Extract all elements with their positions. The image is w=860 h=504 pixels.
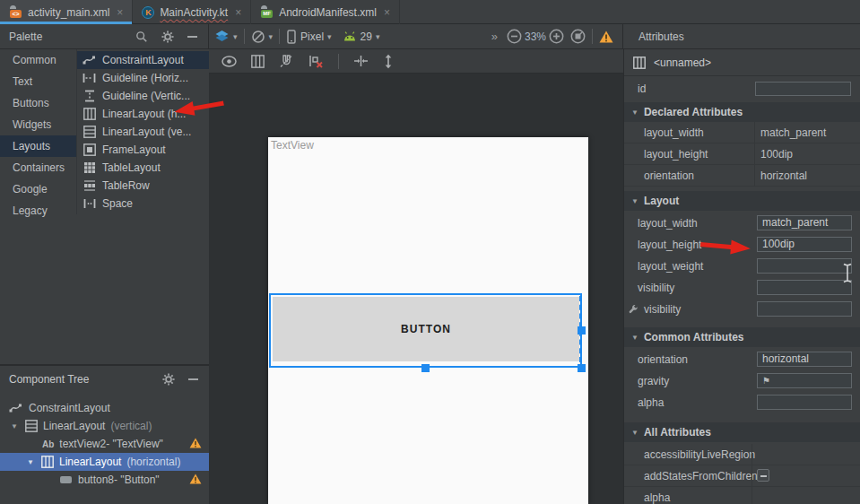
linearlayout-horizontal-icon (41, 456, 54, 468)
gear-icon[interactable] (161, 30, 174, 43)
palette-header: Palette (0, 24, 209, 48)
orientation-selector[interactable]: ▾ (251, 30, 274, 44)
chevron-down-icon: ▾ (269, 32, 274, 41)
id-input[interactable] (755, 82, 851, 96)
button-widget[interactable]: BUTTON (273, 297, 579, 361)
layout-weight-input[interactable] (757, 258, 852, 274)
palette-item-space[interactable]: Space (77, 195, 209, 213)
palette-category-text[interactable]: Text (0, 71, 76, 92)
default-margins-icon[interactable] (353, 55, 369, 67)
palette-item-constraintlayout[interactable]: ConstraintLayout (77, 51, 209, 69)
device-name: Pixel (300, 30, 324, 43)
palette-item-tablerow[interactable]: TableRow (77, 177, 209, 195)
layout-xml-file-icon: <> (9, 5, 22, 19)
palette-item-tablelayout[interactable]: TableLayout (77, 159, 209, 177)
manifest-file-icon: MF (260, 5, 274, 19)
alpha-input[interactable] (757, 395, 852, 410)
palette-categories: Common Text Buttons Widgets Layouts Cont… (0, 49, 76, 223)
tab-activity-main-xml[interactable]: <> activity_main.xml × (0, 0, 133, 24)
palette-category-common[interactable]: Common (0, 49, 76, 71)
palette-category-layouts[interactable]: Layouts (0, 135, 76, 157)
textview-widget[interactable]: TextView (271, 139, 314, 152)
layout-height-combo[interactable]: 100dip (757, 237, 852, 252)
palette-category-legacy[interactable]: Legacy (0, 200, 76, 222)
design-surface-selector[interactable]: ▾ (214, 30, 238, 44)
declared-row-layout-height[interactable]: layout_height 100dip (624, 143, 860, 165)
section-all-attributes[interactable]: ▼ All Attributes (624, 422, 860, 442)
layout-width-combo[interactable]: match_parent (757, 215, 852, 230)
all-row-alpha[interactable]: alpha (624, 487, 860, 504)
constraintlayout-icon (9, 403, 22, 413)
wrench-icon (629, 304, 638, 314)
palette-category-google[interactable]: Google (0, 178, 76, 200)
textview-icon: Ab (42, 439, 54, 449)
all-row-addstatesfromchildren[interactable]: addStatesFromChildren (624, 465, 860, 487)
kotlin-file-icon: K (142, 6, 154, 19)
clear-constraints-icon[interactable] (308, 54, 324, 68)
tools-visibility-combo[interactable] (757, 301, 852, 317)
section-declared-attributes[interactable]: ▼ Declared Attributes (624, 102, 860, 122)
collapse-icon: ▼ (631, 197, 638, 205)
guideline-horizontal-icon (83, 72, 96, 85)
resize-handle-bottom-right[interactable] (578, 364, 586, 372)
tab-mainactivity-kt[interactable]: K MainActivity.kt × (133, 0, 251, 24)
orientation-combo[interactable]: horizontal (757, 352, 852, 367)
autoconnect-off-magnet-icon[interactable] (279, 54, 294, 68)
resize-handle-right-middle[interactable] (578, 326, 586, 335)
section-layout[interactable]: ▼ Layout (624, 191, 860, 211)
palette-item-linearlayout-horizontal[interactable]: LinearLayout (h... (77, 105, 209, 123)
editor-tab-bar: <> activity_main.xml × K MainActivity.kt… (0, 0, 860, 24)
palette-item-guideline-vertical[interactable]: Guideline (Vertic... (77, 87, 209, 105)
palette-category-buttons[interactable]: Buttons (0, 92, 76, 114)
warning-icon[interactable] (189, 438, 202, 448)
zoom-in-icon[interactable] (549, 29, 564, 44)
section-common-attributes[interactable]: ▼ Common Attributes (624, 327, 860, 347)
palette-item-guideline-horizontal[interactable]: Guideline (Horiz... (77, 69, 209, 87)
palette-category-containers[interactable]: Containers (0, 157, 76, 178)
view-options-icon[interactable] (222, 56, 237, 67)
hide-panel-icon[interactable] (187, 36, 197, 38)
toolbar-overflow-icon[interactable]: » (491, 30, 498, 43)
expand-icon[interactable]: ▼ (27, 458, 36, 466)
hide-panel-icon[interactable] (188, 378, 198, 380)
device-screen[interactable]: TextView BUTTON (268, 137, 588, 504)
tree-node-linearlayout-horizontal[interactable]: ▼ LinearLayout(horizontal) (0, 453, 209, 471)
toolbar-row: Palette ▾ ▾ Pixel ▾ (0, 24, 860, 49)
tab-androidmanifest-xml[interactable]: MF AndroidManifest.xml × (251, 0, 400, 24)
zoom-to-fit-icon[interactable] (570, 29, 586, 44)
device-selector[interactable]: Pixel ▾ (286, 30, 332, 44)
selected-linearlayout-bounds[interactable]: BUTTON (269, 293, 582, 368)
visibility-combo[interactable] (757, 280, 852, 295)
layout-row-layout-width: layout_width match_parent (624, 213, 860, 234)
tab-label: MainActivity.kt (160, 6, 228, 19)
render-warning-icon[interactable] (599, 30, 613, 43)
all-row-accessibilityliveregion[interactable]: accessibilityLiveRegion (624, 444, 860, 465)
pack-expand-vertical-icon[interactable] (383, 54, 394, 69)
api-level-selector[interactable]: 29 ▾ (343, 30, 380, 43)
expand-icon[interactable]: ▼ (11, 422, 20, 430)
tree-node-button8[interactable]: button8- "Button" (0, 471, 209, 489)
zoom-out-icon[interactable] (507, 29, 522, 44)
close-icon[interactable]: × (384, 6, 390, 19)
gear-icon[interactable] (162, 373, 175, 386)
tab-label: AndroidManifest.xml (279, 6, 377, 19)
tree-node-textview2[interactable]: Ab textView2- "TextView" (0, 435, 209, 453)
search-icon[interactable] (135, 30, 148, 43)
declared-row-orientation[interactable]: orientation horizontal (624, 165, 860, 187)
close-icon[interactable]: × (117, 6, 123, 19)
component-name: <unnamed> (654, 56, 711, 69)
tree-node-constraintlayout[interactable]: ConstraintLayout (0, 399, 209, 417)
palette-item-linearlayout-vertical[interactable]: LinearLayout (ve... (77, 123, 209, 141)
resize-handle-bottom-center[interactable] (421, 364, 430, 372)
declared-row-layout-width[interactable]: layout_width match_parent (624, 122, 860, 143)
addstatesfromchildren-checkbox[interactable] (757, 469, 769, 482)
warning-icon[interactable] (189, 474, 202, 484)
palette-category-widgets[interactable]: Widgets (0, 114, 76, 135)
framelayout-icon (83, 143, 96, 157)
gravity-combo[interactable]: ⚑ (757, 373, 852, 388)
tree-node-linearlayout-vertical[interactable]: ▼ LinearLayout(vertical) (0, 417, 209, 435)
blueprint-mode-icon[interactable] (251, 55, 265, 68)
close-icon[interactable]: × (235, 6, 241, 19)
palette-item-framelayout[interactable]: FrameLayout (77, 141, 209, 159)
attr-label-id: id (638, 78, 646, 100)
